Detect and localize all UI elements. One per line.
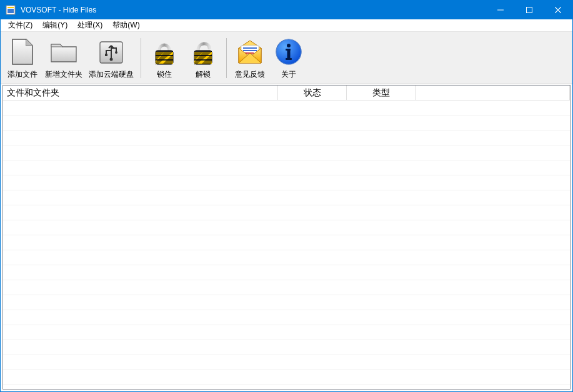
add-folder-button[interactable]: 新增文件夹 [42,34,86,82]
svg-rect-1 [7,7,14,8]
add-folder-label: 新增文件夹 [45,69,82,80]
menu-help[interactable]: 帮助(W) [107,19,144,32]
envelope-icon [234,36,266,68]
add-file-label: 添加文件 [7,69,37,80]
menu-edit[interactable]: 编辑(Y) [37,19,72,32]
app-icon [6,5,16,15]
feedback-button[interactable]: 意见反馈 [231,34,269,82]
lock-closed-icon [148,36,181,68]
usb-drive-icon [95,36,127,68]
toolbar: 添加文件 新增文件夹 [1,32,572,84]
lock-open-icon [187,36,219,68]
minimize-button[interactable] [486,1,515,19]
svg-rect-27 [286,49,291,51]
svg-rect-4 [527,7,532,13]
title-bar: VOVSOFT - Hide Files [1,1,572,19]
feedback-label: 意见反馈 [235,69,265,80]
close-button[interactable] [544,1,572,19]
lock-button[interactable]: 锁住 [145,34,184,82]
svg-rect-9 [105,54,107,56]
unlock-label: 解锁 [196,69,211,80]
menu-file[interactable]: 文件(Z) [3,19,37,32]
about-button[interactable]: 关于 [269,34,308,82]
file-list[interactable]: 文件和文件夹 状态 类型 [2,85,571,390]
svg-point-8 [110,58,113,61]
toolbar-separator [141,38,141,78]
maximize-button[interactable] [515,1,544,19]
column-header-empty [416,86,570,100]
list-body[interactable] [3,100,570,389]
svg-rect-28 [286,58,292,60]
folder-icon [47,36,80,68]
window-controls [486,1,572,19]
menu-process[interactable]: 处理(X) [72,19,107,32]
info-icon [272,36,305,68]
toolbar-separator [226,38,227,78]
svg-rect-2 [7,9,14,13]
svg-point-25 [287,44,291,47]
about-label: 关于 [281,69,296,80]
add-file-button[interactable]: 添加文件 [3,34,42,82]
menu-bar: 文件(Z) 编辑(Y) 处理(X) 帮助(W) [1,19,572,32]
list-header: 文件和文件夹 状态 类型 [3,86,570,100]
file-icon [6,36,39,68]
add-cloud-drive-label: 添加云端硬盘 [89,69,134,80]
column-header-type[interactable]: 类型 [347,86,416,100]
window-title: VOVSOFT - Hide Files [21,6,96,14]
lock-label: 锁住 [157,69,172,80]
unlock-button[interactable]: 解锁 [184,34,222,82]
svg-point-10 [115,51,117,54]
column-header-status[interactable]: 状态 [278,86,347,100]
column-header-files[interactable]: 文件和文件夹 [3,86,278,100]
add-cloud-drive-button[interactable]: 添加云端硬盘 [86,34,137,82]
